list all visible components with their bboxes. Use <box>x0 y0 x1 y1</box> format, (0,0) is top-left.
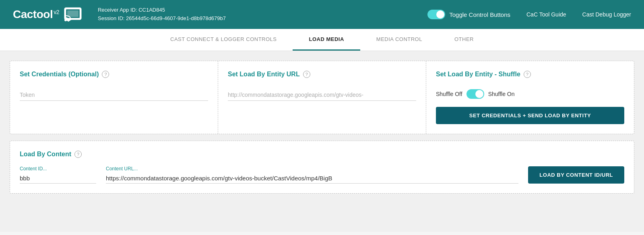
receiver-app-id: Receiver App ID: CC1AD845 <box>98 6 411 14</box>
content-id-field: Content ID... <box>20 166 96 184</box>
set-load-by-entity-url-title: Set Load By Entity URL ? <box>228 71 416 78</box>
set-credentials-help-icon[interactable]: ? <box>102 71 109 78</box>
content-fields-row: Content ID... Content URL... LOAD BY CON… <box>20 166 624 184</box>
header-info: Receiver App ID: CC1AD845 Session ID: 26… <box>98 6 411 23</box>
content-url-input[interactable] <box>106 173 518 184</box>
tab-media-control[interactable]: MEDIA CONTROL <box>360 29 438 51</box>
logo-container: Cactoolv2 <box>13 7 82 22</box>
load-by-content-card: Load By Content ? Content ID... Content … <box>10 141 634 194</box>
cac-tool-guide-link[interactable]: CaC Tool Guide <box>526 11 566 18</box>
control-buttons-toggle[interactable] <box>427 10 445 19</box>
set-load-by-entity-shuffle-card: Set Load By Entity - Shuffle ? Shuffle O… <box>426 61 634 134</box>
set-credentials-send-load-by-entity-button[interactable]: SET CREDENTIALS + SEND LOAD BY ENTITY <box>436 107 624 124</box>
header-nav: CaC Tool Guide Cast Debug Logger <box>526 11 631 18</box>
load-by-content-title: Load By Content ? <box>20 151 624 158</box>
set-load-by-entity-url-card: Set Load By Entity URL ? <box>218 61 426 134</box>
top-cards-row: Set Credentials (Optional) ? Set Load By… <box>10 61 634 134</box>
token-input[interactable] <box>20 89 208 101</box>
logo-text: Cactoolv2 <box>13 8 59 21</box>
set-load-by-entity-shuffle-title: Set Load By Entity - Shuffle ? <box>436 71 624 78</box>
set-credentials-card: Set Credentials (Optional) ? <box>10 61 218 134</box>
tab-load-media[interactable]: LOAD MEDIA <box>293 29 360 51</box>
shuffle-off-label: Shuffle Off <box>436 91 462 97</box>
app-header: Cactoolv2 Receiver App ID: CC1AD845 Sess… <box>0 0 644 29</box>
shuffle-row: Shuffle Off Shuffle On <box>436 89 624 99</box>
entity-url-input[interactable] <box>228 89 416 101</box>
main-content: Set Credentials (Optional) ? Set Load By… <box>0 51 644 232</box>
content-id-label: Content ID... <box>20 166 96 172</box>
shuffle-on-label: Shuffle On <box>488 91 515 97</box>
session-id: Session ID: 26544d5c-66d9-4607-9de1-d8b9… <box>98 14 411 23</box>
cast-icon <box>64 7 82 22</box>
toggle-label: Toggle Control Buttons <box>449 11 510 18</box>
svg-point-3 <box>64 19 67 21</box>
load-by-content-id-url-button[interactable]: LOAD BY CONTENT ID/URL <box>528 166 624 184</box>
tab-cast-connect[interactable]: CAST CONNECT & LOGGER CONTROLS <box>154 29 293 51</box>
tabs-bar: CAST CONNECT & LOGGER CONTROLS LOAD MEDI… <box>0 29 644 51</box>
cast-debug-logger-link[interactable]: Cast Debug Logger <box>582 11 631 18</box>
set-credentials-title: Set Credentials (Optional) ? <box>20 71 208 78</box>
tab-other[interactable]: OTHER <box>438 29 490 51</box>
content-url-label: Content URL... <box>106 166 518 172</box>
content-id-input[interactable] <box>20 173 96 184</box>
shuffle-toggle[interactable] <box>466 89 484 99</box>
load-by-content-help-icon[interactable]: ? <box>74 151 82 158</box>
set-load-by-entity-shuffle-help-icon[interactable]: ? <box>524 71 531 78</box>
set-load-by-entity-url-help-icon[interactable]: ? <box>303 71 310 78</box>
content-url-field: Content URL... <box>106 166 518 184</box>
toggle-section: Toggle Control Buttons <box>427 10 510 19</box>
